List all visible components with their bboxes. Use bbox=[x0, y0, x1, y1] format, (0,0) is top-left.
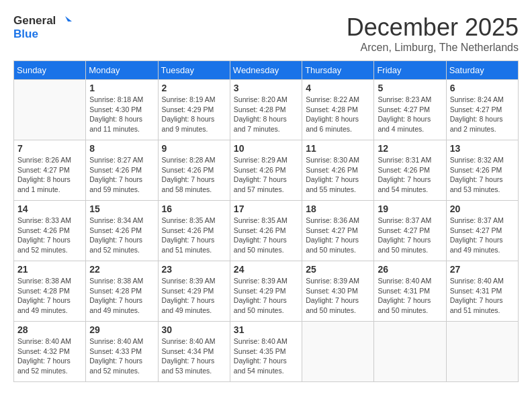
cell-info-text: Sunrise: 8:34 AMSunset: 4:26 PMDaylight:… bbox=[89, 216, 154, 255]
cell-info-text: Sunrise: 8:32 AMSunset: 4:26 PMDaylight:… bbox=[450, 155, 515, 195]
header-tuesday: Tuesday bbox=[158, 61, 230, 80]
day-number: 31 bbox=[234, 324, 298, 335]
cell-w1-d7: 6Sunrise: 8:24 AMSunset: 4:27 PMDaylight… bbox=[446, 80, 518, 140]
cell-w3-d6: 19Sunrise: 8:37 AMSunset: 4:27 PMDayligh… bbox=[374, 201, 446, 261]
day-number: 26 bbox=[378, 264, 442, 275]
logo-text-general: General bbox=[13, 15, 56, 28]
day-number: 4 bbox=[306, 83, 370, 93]
cell-info-text: Sunrise: 8:30 AMSunset: 4:26 PMDaylight:… bbox=[306, 155, 370, 195]
cell-w5-d7 bbox=[446, 322, 518, 382]
cell-info-text: Sunrise: 8:40 AMSunset: 4:31 PMDaylight:… bbox=[450, 276, 515, 316]
logo: General Blue bbox=[13, 13, 72, 41]
day-number: 9 bbox=[162, 143, 226, 154]
cell-info-text: Sunrise: 8:35 AMSunset: 4:26 PMDaylight:… bbox=[162, 216, 226, 255]
cell-w1-d2: 1Sunrise: 8:18 AMSunset: 4:30 PMDaylight… bbox=[86, 80, 158, 140]
cell-info-text: Sunrise: 8:40 AMSunset: 4:35 PMDaylight:… bbox=[234, 336, 298, 376]
cell-w1-d6: 5Sunrise: 8:23 AMSunset: 4:27 PMDaylight… bbox=[374, 80, 446, 140]
header-friday: Friday bbox=[374, 61, 446, 80]
day-number: 30 bbox=[162, 324, 226, 335]
day-number: 1 bbox=[89, 83, 154, 93]
day-number: 3 bbox=[234, 83, 298, 93]
week-row-5: 28Sunrise: 8:40 AMSunset: 4:32 PMDayligh… bbox=[14, 322, 519, 382]
cell-info-text: Sunrise: 8:40 AMSunset: 4:32 PMDaylight:… bbox=[17, 336, 82, 376]
cell-info-text: Sunrise: 8:27 AMSunset: 4:26 PMDaylight:… bbox=[89, 155, 154, 195]
day-number: 15 bbox=[89, 203, 154, 214]
cell-info-text: Sunrise: 8:38 AMSunset: 4:28 PMDaylight:… bbox=[17, 276, 82, 316]
header-wednesday: Wednesday bbox=[230, 61, 302, 80]
day-number: 27 bbox=[450, 264, 515, 275]
day-number: 6 bbox=[450, 83, 515, 93]
cell-w2-d1: 7Sunrise: 8:26 AMSunset: 4:27 PMDaylight… bbox=[14, 140, 86, 201]
cell-w5-d1: 28Sunrise: 8:40 AMSunset: 4:32 PMDayligh… bbox=[14, 322, 86, 382]
cell-info-text: Sunrise: 8:28 AMSunset: 4:26 PMDaylight:… bbox=[162, 155, 226, 195]
cell-w4-d6: 26Sunrise: 8:40 AMSunset: 4:31 PMDayligh… bbox=[374, 261, 446, 322]
cell-info-text: Sunrise: 8:40 AMSunset: 4:31 PMDaylight:… bbox=[378, 276, 442, 316]
day-number: 13 bbox=[450, 143, 515, 154]
cell-w2-d2: 8Sunrise: 8:27 AMSunset: 4:26 PMDaylight… bbox=[86, 140, 158, 201]
day-number: 17 bbox=[234, 203, 298, 214]
day-number: 28 bbox=[17, 324, 82, 335]
cell-w1-d1 bbox=[14, 80, 86, 140]
cell-info-text: Sunrise: 8:36 AMSunset: 4:27 PMDaylight:… bbox=[306, 216, 370, 255]
day-number: 7 bbox=[17, 143, 82, 154]
day-number: 5 bbox=[378, 83, 442, 93]
cell-w5-d3: 30Sunrise: 8:40 AMSunset: 4:34 PMDayligh… bbox=[158, 322, 230, 382]
cell-w3-d1: 14Sunrise: 8:33 AMSunset: 4:26 PMDayligh… bbox=[14, 201, 86, 261]
cell-info-text: Sunrise: 8:39 AMSunset: 4:30 PMDaylight:… bbox=[306, 276, 370, 316]
cell-w4-d7: 27Sunrise: 8:40 AMSunset: 4:31 PMDayligh… bbox=[446, 261, 518, 322]
day-number: 29 bbox=[89, 324, 154, 335]
cell-w3-d7: 20Sunrise: 8:37 AMSunset: 4:27 PMDayligh… bbox=[446, 201, 518, 261]
cell-info-text: Sunrise: 8:23 AMSunset: 4:27 PMDaylight:… bbox=[378, 95, 442, 134]
cell-w1-d3: 2Sunrise: 8:19 AMSunset: 4:29 PMDaylight… bbox=[158, 80, 230, 140]
cell-info-text: Sunrise: 8:31 AMSunset: 4:26 PMDaylight:… bbox=[378, 155, 442, 195]
cell-w2-d7: 13Sunrise: 8:32 AMSunset: 4:26 PMDayligh… bbox=[446, 140, 518, 201]
cell-info-text: Sunrise: 8:40 AMSunset: 4:33 PMDaylight:… bbox=[89, 336, 154, 376]
cell-w5-d4: 31Sunrise: 8:40 AMSunset: 4:35 PMDayligh… bbox=[230, 322, 302, 382]
cell-info-text: Sunrise: 8:18 AMSunset: 4:30 PMDaylight:… bbox=[89, 95, 154, 134]
cell-info-text: Sunrise: 8:39 AMSunset: 4:29 PMDaylight:… bbox=[162, 276, 226, 316]
week-row-3: 14Sunrise: 8:33 AMSunset: 4:26 PMDayligh… bbox=[14, 201, 519, 261]
cell-w5-d5 bbox=[302, 322, 374, 382]
cell-w5-d6 bbox=[374, 322, 446, 382]
logo-bird-icon bbox=[57, 13, 72, 28]
header-saturday: Saturday bbox=[446, 61, 518, 80]
day-number: 20 bbox=[450, 203, 515, 214]
week-row-2: 7Sunrise: 8:26 AMSunset: 4:27 PMDaylight… bbox=[14, 140, 519, 201]
cell-w2-d6: 12Sunrise: 8:31 AMSunset: 4:26 PMDayligh… bbox=[374, 140, 446, 201]
cell-w4-d5: 25Sunrise: 8:39 AMSunset: 4:30 PMDayligh… bbox=[302, 261, 374, 322]
cell-w3-d4: 17Sunrise: 8:35 AMSunset: 4:26 PMDayligh… bbox=[230, 201, 302, 261]
cell-w5-d2: 29Sunrise: 8:40 AMSunset: 4:33 PMDayligh… bbox=[86, 322, 158, 382]
day-number: 11 bbox=[306, 143, 370, 154]
cell-w2-d5: 11Sunrise: 8:30 AMSunset: 4:26 PMDayligh… bbox=[302, 140, 374, 201]
cell-info-text: Sunrise: 8:38 AMSunset: 4:28 PMDaylight:… bbox=[89, 276, 154, 316]
cell-w2-d3: 9Sunrise: 8:28 AMSunset: 4:26 PMDaylight… bbox=[158, 140, 230, 201]
cell-w2-d4: 10Sunrise: 8:29 AMSunset: 4:26 PMDayligh… bbox=[230, 140, 302, 201]
cell-info-text: Sunrise: 8:29 AMSunset: 4:26 PMDaylight:… bbox=[234, 155, 298, 195]
cell-info-text: Sunrise: 8:26 AMSunset: 4:27 PMDaylight:… bbox=[17, 155, 82, 195]
cell-info-text: Sunrise: 8:39 AMSunset: 4:29 PMDaylight:… bbox=[234, 276, 298, 316]
cell-info-text: Sunrise: 8:22 AMSunset: 4:28 PMDaylight:… bbox=[306, 95, 370, 134]
cell-w4-d3: 23Sunrise: 8:39 AMSunset: 4:29 PMDayligh… bbox=[158, 261, 230, 322]
week-row-1: 1Sunrise: 8:18 AMSunset: 4:30 PMDaylight… bbox=[14, 80, 519, 140]
cell-w4-d1: 21Sunrise: 8:38 AMSunset: 4:28 PMDayligh… bbox=[14, 261, 86, 322]
cell-info-text: Sunrise: 8:37 AMSunset: 4:27 PMDaylight:… bbox=[450, 216, 515, 255]
header: General Blue December 2025 Arcen, Limbur… bbox=[13, 13, 519, 54]
day-number: 12 bbox=[378, 143, 442, 154]
cell-w3-d5: 18Sunrise: 8:36 AMSunset: 4:27 PMDayligh… bbox=[302, 201, 374, 261]
day-number: 22 bbox=[89, 264, 154, 275]
day-number: 8 bbox=[89, 143, 154, 154]
day-number: 2 bbox=[162, 83, 226, 93]
weekday-header-row: SundayMondayTuesdayWednesdayThursdayFrid… bbox=[14, 61, 519, 80]
calendar-table: SundayMondayTuesdayWednesdayThursdayFrid… bbox=[13, 60, 519, 382]
cell-info-text: Sunrise: 8:35 AMSunset: 4:26 PMDaylight:… bbox=[234, 216, 298, 255]
month-title: December 2025 bbox=[347, 13, 519, 42]
title-area: December 2025 Arcen, Limburg, The Nether… bbox=[347, 13, 519, 54]
header-monday: Monday bbox=[86, 61, 158, 80]
svg-marker-0 bbox=[65, 16, 72, 21]
cell-w3-d2: 15Sunrise: 8:34 AMSunset: 4:26 PMDayligh… bbox=[86, 201, 158, 261]
cell-w4-d2: 22Sunrise: 8:38 AMSunset: 4:28 PMDayligh… bbox=[86, 261, 158, 322]
cell-info-text: Sunrise: 8:40 AMSunset: 4:34 PMDaylight:… bbox=[162, 336, 226, 376]
logo-text-blue: Blue bbox=[13, 28, 72, 41]
day-number: 23 bbox=[162, 264, 226, 275]
cell-info-text: Sunrise: 8:19 AMSunset: 4:29 PMDaylight:… bbox=[162, 95, 226, 134]
